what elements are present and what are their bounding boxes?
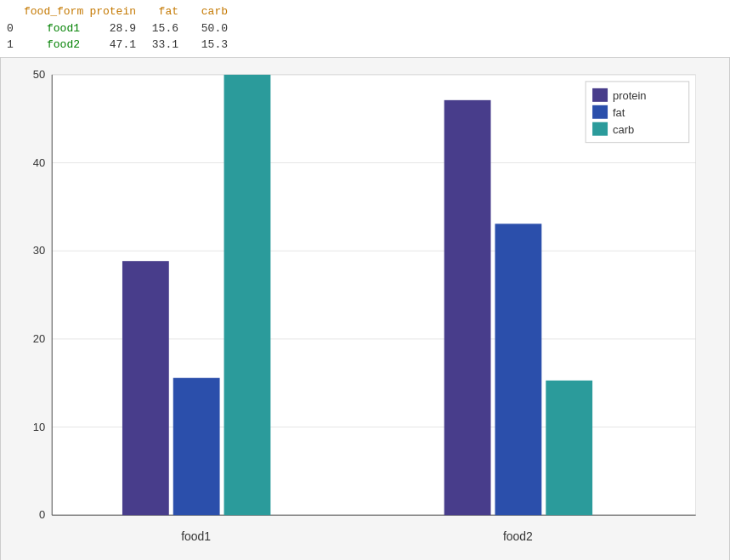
bar-food2-fat: [495, 223, 541, 515]
row0-food-form: food1: [24, 20, 83, 37]
row0-carb: 50.0: [185, 20, 228, 37]
row1-carb: 15.3: [185, 37, 228, 54]
row1-food-form: food2: [24, 37, 83, 54]
chart-container: 0 10 20 30 40 50 food1: [0, 57, 730, 561]
table-row: 0 food1 28.9 15.6 50.0: [7, 20, 723, 37]
row0-index: 0: [7, 20, 24, 37]
x-label-food2: food2: [503, 529, 533, 543]
col-food-form-header: food_form: [24, 3, 83, 20]
row0-fat: 15.6: [143, 20, 185, 37]
y-label-30: 30: [33, 244, 45, 257]
row0-protein: 28.9: [83, 20, 143, 37]
legend-fat-swatch: [592, 105, 608, 118]
legend-carb-label: carb: [613, 122, 634, 135]
table-row: 1 food2 47.1 33.1 15.3: [7, 37, 723, 54]
y-label-20: 20: [33, 331, 45, 344]
x-label-food1: food1: [181, 529, 211, 543]
y-label-40: 40: [33, 156, 45, 168]
row1-protein: 47.1: [83, 37, 143, 54]
bar-chart: 0 10 20 30 40 50 food1: [1, 58, 729, 561]
bar-food2-carb: [546, 380, 592, 514]
y-label-50: 50: [33, 67, 45, 80]
y-label-10: 10: [33, 420, 45, 433]
col-fat-header: fat: [143, 3, 185, 20]
bar-food1-carb: [224, 74, 271, 514]
bar-food1-fat: [173, 377, 220, 514]
col-protein-header: protein: [83, 3, 143, 20]
row1-index: 1: [7, 37, 24, 54]
data-table: food_form protein fat carb 0 food1 28.9 …: [0, 0, 730, 57]
y-label-0: 0: [39, 508, 45, 521]
bar-food2-protein: [444, 99, 491, 514]
bar-food1-protein: [122, 261, 169, 515]
col-index-header: [7, 3, 24, 20]
legend-protein-label: protein: [613, 88, 647, 101]
col-carb-header: carb: [185, 3, 228, 20]
legend-protein-swatch: [592, 88, 608, 101]
legend-carb-swatch: [592, 122, 608, 135]
row1-fat: 33.1: [143, 37, 185, 54]
legend-fat-label: fat: [613, 105, 625, 118]
table-header: food_form protein fat carb: [7, 3, 723, 20]
